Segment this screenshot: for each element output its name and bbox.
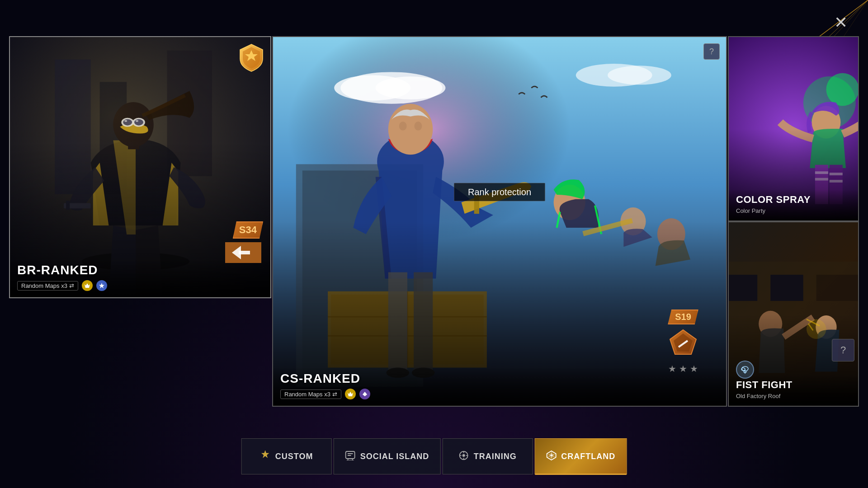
social-island-label: SOCIAL ISLAND: [360, 452, 429, 461]
svg-marker-25: [85, 283, 90, 288]
svg-rect-91: [348, 455, 351, 456]
br-ranked-card[interactable]: S34: [9, 36, 271, 298]
cs-icon-purple: [359, 389, 370, 399]
fist-fight-card[interactable]: FIST FIGHT Old Factory Roof: [728, 221, 859, 407]
nav-training-button[interactable]: TRAINING: [442, 438, 533, 474]
cs-help-icon[interactable]: ?: [703, 43, 720, 60]
bottom-nav: CUSTOM SOCIAL ISLAND: [241, 438, 627, 474]
help-button-bottom[interactable]: ?: [832, 339, 854, 361]
training-icon: [458, 450, 469, 463]
br-icon-blue: [96, 280, 107, 291]
fist-fight-info: FIST FIGHT Old Factory Roof: [729, 375, 858, 406]
cs-ranked-card[interactable]: ? Rank protection S19: [272, 36, 727, 407]
cs-card-info: CS-RANKED Random Maps x3 ⇄: [273, 367, 726, 406]
training-label: TRAINING: [474, 452, 517, 461]
color-spray-sub: Color Party: [736, 207, 851, 214]
custom-label: CUSTOM: [275, 452, 313, 461]
cs-title: CS-RANKED: [280, 371, 719, 386]
nav-craftland-button[interactable]: CRAFTLAND: [534, 438, 627, 474]
cs-icon-gold: [345, 389, 356, 399]
cs-season-badge: S19: [668, 310, 698, 324]
br-icon-gold: [82, 280, 93, 291]
star-2: ★: [679, 363, 687, 374]
br-card-info: BR-RANKED Random Maps x3 ⇄: [10, 258, 270, 297]
social-island-icon: [345, 450, 356, 463]
svg-rect-53: [273, 37, 726, 406]
cards-container: S34: [9, 36, 859, 407]
fist-fight-title: FIST FIGHT: [736, 379, 851, 391]
custom-icon: [260, 450, 271, 463]
star-3: ★: [690, 363, 698, 374]
svg-marker-57: [348, 392, 353, 396]
color-spray-title: COLOR SPRAY: [736, 194, 851, 206]
cs-maps: Random Maps x3 ⇄: [280, 389, 341, 399]
star-1: ★: [668, 363, 676, 374]
br-title: BR-RANKED: [17, 263, 263, 277]
nav-social-island-button[interactable]: SOCIAL ISLAND: [334, 438, 441, 474]
svg-marker-26: [99, 283, 104, 288]
cs-character-art: [273, 37, 726, 406]
nav-active-indicator: [535, 474, 626, 475]
cs-subtitle: Random Maps x3 ⇄: [280, 389, 719, 399]
br-maps: Random Maps x3 ⇄: [17, 281, 78, 291]
svg-rect-90: [348, 453, 353, 454]
nav-custom-button[interactable]: CUSTOM: [241, 438, 332, 474]
fist-fight-cloud-icon: [736, 361, 754, 379]
svg-point-93: [462, 454, 465, 457]
svg-rect-23: [239, 251, 250, 254]
rank-protection-banner: Rank protection: [454, 183, 545, 201]
cs-rank-area: S19 ★ ★: [667, 310, 699, 374]
cs-rank-pentagon: [667, 328, 699, 360]
br-rank-icon: [239, 43, 264, 68]
br-subtitle: Random Maps x3 ⇄: [17, 280, 263, 291]
fist-fight-sub: Old Factory Roof: [736, 393, 851, 399]
br-season-badge: S34: [233, 221, 263, 239]
craftland-label: CRAFTLAND: [561, 452, 615, 461]
color-spray-card[interactable]: COLOR SPRAY Color Party: [728, 36, 859, 221]
craftland-icon: [546, 450, 557, 463]
br-arrow-icon: [225, 242, 261, 263]
color-spray-info: COLOR SPRAY Color Party: [729, 189, 858, 221]
close-button[interactable]: ✕: [827, 9, 854, 36]
cs-stars: ★ ★ ★: [668, 363, 698, 374]
